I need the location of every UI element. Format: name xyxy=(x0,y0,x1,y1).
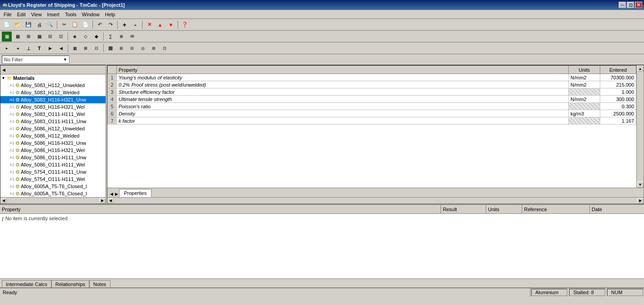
save-button[interactable]: 💾 xyxy=(23,20,33,30)
menu-view[interactable]: View xyxy=(28,11,45,18)
restore-button[interactable]: ◻ xyxy=(627,2,634,8)
tb3-btn2[interactable]: ◂ xyxy=(13,43,23,53)
tb3-btn4[interactable]: T xyxy=(34,43,44,53)
tree-node-9[interactable]: A1 ⚙ Alloy_5086_H116-H321_Unw xyxy=(0,139,106,147)
tb3-btn5[interactable]: ▶ xyxy=(45,43,55,53)
tb2-btn1[interactable]: ▦ xyxy=(2,32,12,42)
tree-node-11[interactable]: A1 ⚙ Alloy_5086_O111-H111_Unw xyxy=(0,154,106,161)
tree-node-16[interactable]: A1 ⚙ Alloy_6005A_T5-T6_Closed_I xyxy=(0,190,106,197)
hscroll-left-btn[interactable]: ◀ xyxy=(0,198,7,203)
btab-intermediate-calcs[interactable]: Intermediate Calcs xyxy=(2,280,51,287)
tree-node-13[interactable]: A1 ⚙ Alloy_5754_O111-H111_Unw xyxy=(0,168,106,176)
paste-button[interactable]: 📄 xyxy=(81,20,91,30)
menu-insert[interactable]: Insert xyxy=(44,11,62,18)
row-num-6: 6 xyxy=(108,110,117,117)
filter-combo[interactable]: No Filter ▼ xyxy=(2,55,69,64)
tree-node-2[interactable]: A1 ⚙ Alloy_5083_H112_Welded xyxy=(0,89,106,96)
tb2-btn9[interactable]: ◆ xyxy=(92,32,101,42)
tb3-btn14[interactable]: ⊞ xyxy=(149,43,159,53)
tb2-btn2[interactable]: ▦ xyxy=(13,32,23,42)
window-controls: ─ ◻ ✕ xyxy=(619,2,642,8)
tab-properties[interactable]: Properties xyxy=(119,189,152,197)
print-button[interactable]: 🖨 xyxy=(34,20,44,30)
menu-window[interactable]: Window xyxy=(79,11,102,18)
open-button[interactable]: 📂 xyxy=(13,20,23,30)
title-icon: 🚢 xyxy=(2,2,8,8)
tree-node-8[interactable]: A1 ⚙ Alloy_5086_H112_Welded xyxy=(0,132,106,139)
cut-button[interactable]: ✂ xyxy=(59,20,69,30)
tb3-btn12[interactable]: ⊟ xyxy=(127,43,137,53)
tree-node-label-6: Alloy_5083_O111-H111_Unw xyxy=(21,119,87,124)
btab-relationships[interactable]: Relationships xyxy=(51,280,89,287)
tree-hscrollbar[interactable]: ◀ ▶ xyxy=(0,197,106,203)
help-button[interactable]: ❓ xyxy=(180,20,190,30)
col-header-property: Property xyxy=(117,66,569,74)
prop-units-7 xyxy=(569,117,600,125)
tb3-btn8[interactable]: ⊠ xyxy=(81,43,91,53)
tb2-btn11[interactable]: ⊕ xyxy=(116,32,126,42)
redo-button[interactable]: ↷ xyxy=(106,20,115,30)
menu-help[interactable]: Help xyxy=(102,11,118,18)
properties-scroll[interactable]: Property Units Entered 1 Young's modulus… xyxy=(107,65,636,188)
minimize-button[interactable]: ─ xyxy=(619,2,626,8)
tree-node-12[interactable]: A1 ⚙ Alloy_5086_O111-H111_Wel xyxy=(0,161,106,168)
menu-tools[interactable]: Tools xyxy=(62,11,79,18)
tb2-btn7[interactable]: ◈ xyxy=(70,32,80,42)
tree-node-14[interactable]: A1 ⚙ Alloy_5754_O111-H111_Wel xyxy=(0,176,106,183)
tree-node-6[interactable]: A1 ⚙ Alloy_5083_O111-H111_Unw xyxy=(0,118,106,125)
tb2-btn12[interactable]: ✉ xyxy=(127,32,137,42)
tb2-btn10[interactable]: ∑ xyxy=(106,32,115,42)
tb3-btn7[interactable]: ▦ xyxy=(70,43,80,53)
menu-file[interactable]: File xyxy=(1,11,14,18)
toolbar2: ▦ ▦ ⊞ ▦ ⊟ ⊡ ◈ ◇ ◆ ∑ ⊕ ✉ xyxy=(0,31,644,42)
undo-button[interactable]: ↶ xyxy=(95,20,105,30)
copy-button[interactable]: 📋 xyxy=(70,20,80,30)
filter-dropdown-arrow[interactable]: ▼ xyxy=(63,57,67,62)
delete-button[interactable]: ✕ xyxy=(144,20,154,30)
close-button[interactable]: ✕ xyxy=(635,2,642,8)
tree-collapse-all[interactable]: ◀ xyxy=(2,68,5,72)
vscroll-down-btn[interactable]: ▼ xyxy=(637,181,644,188)
tree-node-label-12: Alloy_5086_O111-H111_Wel xyxy=(21,162,85,167)
tab-area-hscroll[interactable]: ◀ ▶ xyxy=(107,197,644,203)
tb3-btn10[interactable]: ▦ xyxy=(106,43,115,53)
tree-node-7[interactable]: A1 ⚙ Alloy_5086_H112_Unwelded xyxy=(0,125,106,132)
hscroll-right-btn[interactable]: ▶ xyxy=(99,198,106,203)
tb3-btn9[interactable]: ⊡ xyxy=(92,43,101,53)
move-down-button[interactable]: ▼ xyxy=(166,20,176,30)
tree-node-15[interactable]: A1 ⚙ Alloy_6005A_T5-T6_Closed_I xyxy=(0,183,106,190)
move-up-button[interactable]: ▲ xyxy=(155,20,165,30)
tree-node-1[interactable]: A1 ⚙ Alloy_5083_H112_Unwelded xyxy=(0,82,106,89)
preview-button[interactable]: 🔍 xyxy=(45,20,55,30)
tab-hscroll-right[interactable]: ▶ xyxy=(637,198,644,203)
tree-container[interactable]: ▼ 📁 Materials A1 ⚙ Alloy_5083_H112_Unwel… xyxy=(0,74,106,197)
new-button[interactable]: 📄 xyxy=(2,20,12,30)
zoom-out-button[interactable]: - xyxy=(130,20,140,30)
tab-scroll-right[interactable]: ▶ xyxy=(114,191,119,197)
tb3-btn1[interactable]: ▸ xyxy=(2,43,12,53)
table-row: 4 Ultimate tensile strength N/mm2 300.00… xyxy=(108,96,636,103)
tb3-btn3[interactable]: ⟂ xyxy=(23,43,33,53)
tb3-btn6[interactable]: ◀ xyxy=(56,43,66,53)
tb2-btn8[interactable]: ◇ xyxy=(81,32,91,42)
tab-hscroll-left[interactable]: ◀ xyxy=(107,198,114,203)
tab-scroll-left[interactable]: ◀ xyxy=(109,191,114,197)
tb2-btn3[interactable]: ⊞ xyxy=(23,32,33,42)
right-vscrollbar[interactable]: ▲ ▼ xyxy=(636,65,644,188)
expand-icon-materials[interactable]: ▼ xyxy=(1,76,6,80)
tree-node-10[interactable]: A1 ⚙ Alloy_5086_H116-H321_Wel xyxy=(0,147,106,154)
tree-node-3[interactable]: A1 ⚙ Alloy_5083_H116-H321_Unw xyxy=(0,96,106,103)
btab-notes[interactable]: Notes xyxy=(89,280,110,287)
tb3-btn13[interactable]: ◎ xyxy=(138,43,148,53)
tb2-btn4[interactable]: ▦ xyxy=(34,32,44,42)
tree-node-materials[interactable]: ▼ 📁 Materials xyxy=(0,74,106,82)
tb3-btn15[interactable]: ⊡ xyxy=(160,43,170,53)
tree-node-5[interactable]: A1 ⚙ Alloy_5083_O111-H111_Wel xyxy=(0,111,106,118)
vscroll-up-btn[interactable]: ▲ xyxy=(637,65,644,72)
tree-node-4[interactable]: A1 ⚙ Alloy_5083_H116-H321_Wel xyxy=(0,103,106,111)
tb3-btn11[interactable]: ⊞ xyxy=(116,43,126,53)
tb2-btn6[interactable]: ⊡ xyxy=(56,32,66,42)
tb2-btn5[interactable]: ⊟ xyxy=(45,32,55,42)
zoom-in-button[interactable]: + xyxy=(120,20,129,30)
menu-edit[interactable]: Edit xyxy=(14,11,28,18)
